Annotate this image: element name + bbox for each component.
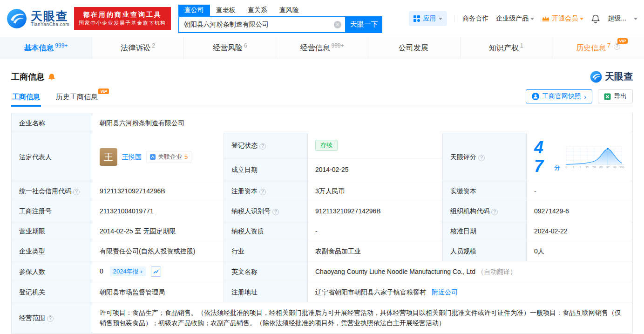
export-label: 导出 — [614, 92, 627, 101]
tab-intellectual-property[interactable]: 知识产权1 — [461, 37, 553, 59]
search-tabs: 查公司 查老板 查关系 查风险 — [178, 4, 382, 16]
search-tab-company[interactable]: 查公司 — [178, 5, 210, 16]
table-row: 参保人数 0 2024年报 英文名称 Chaoyang County Liuhe… — [12, 261, 633, 282]
official-snapshot-button[interactable]: 工商官网快照 — [526, 89, 592, 103]
tab-basic-info[interactable]: 基本信息999+ — [0, 37, 92, 59]
apps-label: 应用 — [423, 14, 436, 23]
tab-count: 7 — [607, 42, 610, 49]
help-icon[interactable] — [272, 209, 279, 215]
super-vip-menu[interactable]: 超级... — [608, 14, 626, 23]
subtab-history-registration[interactable]: 历史工商信息 VIP — [55, 93, 99, 107]
table-row: 经营范围 许可项目：食品生产；食品销售。（依法须经批准的项目，经相关部门批准后方… — [12, 302, 633, 334]
enterprise-products-menu[interactable]: 企业级产品 — [496, 14, 534, 23]
credit-code-label-text: 统一社会信用代码 — [19, 187, 71, 195]
annual-report-link[interactable]: 2024年报 — [110, 266, 146, 276]
reg-number-value: 211321004019771 — [92, 201, 224, 221]
established-value: 2014-02-25 — [308, 158, 443, 181]
svg-text:99: 99 — [613, 165, 617, 169]
tab-label: 基本信息 — [24, 43, 54, 53]
search-button[interactable]: 天眼一下 — [346, 16, 382, 33]
export-button[interactable]: 导出 — [598, 89, 633, 103]
collapse-chevron-icon[interactable] — [634, 18, 637, 22]
help-icon[interactable] — [73, 189, 80, 195]
search-row: 天眼一下 — [178, 16, 382, 33]
business-term-value: 2014-02-25 至 无固定期限 — [92, 221, 224, 241]
insured-trend-chart-icon[interactable] — [151, 266, 161, 277]
svg-text:3: 3 — [579, 165, 581, 169]
help-icon[interactable] — [259, 143, 266, 150]
approval-date-value: 2024-02-22 — [527, 221, 633, 241]
tab-legal-proceedings[interactable]: 法律诉讼2 — [92, 37, 184, 59]
tab-label: 知识产权 — [489, 43, 519, 53]
tab-label: 法律诉讼 — [121, 43, 150, 53]
tianyancha-logo[interactable]: 天眼查 TianYanCha.com — [7, 8, 69, 29]
svg-text:50: 50 — [592, 165, 596, 169]
industry-label: 行业 — [224, 241, 308, 261]
table-row: 营业期限 2014-02-25 至 无固定期限 纳税人资质 - 核准日期 202… — [12, 221, 633, 241]
help-icon[interactable] — [491, 209, 498, 215]
tab-operational-risk[interactable]: 经营风险6 — [184, 37, 276, 59]
search-tab-relation[interactable]: 查关系 — [242, 5, 273, 16]
open-vip-label: 开通会员 — [552, 14, 578, 23]
business-scope-label: 经营范围 — [12, 302, 92, 334]
svg-text:0: 0 — [566, 165, 568, 169]
nearby-companies-link[interactable]: 附近公司 — [432, 288, 458, 296]
section-title: 工商信息 — [11, 71, 45, 82]
search-input[interactable] — [183, 20, 334, 29]
help-icon[interactable] — [259, 189, 266, 195]
chevron-down-icon — [439, 18, 442, 22]
tab-company-development[interactable]: 公司发展 — [368, 37, 461, 59]
svg-text:97: 97 — [606, 165, 610, 169]
legal-rep-avatar[interactable]: 王 — [100, 148, 117, 166]
notification-bell-icon[interactable] — [591, 14, 600, 23]
reg-status-label: 登记状态 — [224, 133, 308, 158]
svg-text:1: 1 — [572, 165, 574, 169]
status-badge: 存续 — [315, 140, 338, 151]
apps-menu[interactable]: 应用 — [409, 11, 447, 26]
reg-address-cell: 辽宁省朝阳市朝阳县六家子镇官粮窖村 附近公司 — [308, 282, 633, 302]
insured-count-value: 0 — [100, 267, 103, 275]
clear-search-icon[interactable] — [334, 21, 341, 28]
svg-text:15: 15 — [585, 165, 589, 169]
help-icon[interactable] — [47, 315, 54, 322]
insured-count-label: 参保人数 — [12, 261, 92, 282]
business-term-label: 营业期限 — [12, 221, 92, 241]
related-companies-label: 关联企业 — [158, 152, 182, 162]
search-tab-risk[interactable]: 查风险 — [273, 5, 305, 16]
approval-date-label: 核准日期 — [443, 221, 527, 241]
legal-rep-name-link[interactable]: 王悦国 — [122, 152, 142, 162]
logo-subtitle: TianYanCha.com — [31, 22, 69, 27]
slogan-line1: 都在用的商业查询工具 — [79, 10, 166, 19]
company-type-value: 有限责任公司(自然人投资或控股) — [92, 241, 224, 261]
header-menu: 应用 商务合作 企业级产品 开通会员 超级... — [409, 11, 637, 26]
svg-text:80: 80 — [599, 165, 603, 169]
vip-badge: VIP — [617, 38, 628, 44]
tab-business-info[interactable]: 经营信息999+ — [276, 37, 368, 59]
reg-authority-value: 朝阳县市场监督管理局 — [92, 282, 224, 302]
monitor-bell-icon[interactable] — [47, 73, 56, 81]
taxpayer-id-label: 纳税人识别号 — [224, 201, 308, 221]
tab-history-info[interactable]: 历史信息7 VIP — [552, 37, 644, 59]
reg-address-label: 注册地址 — [224, 282, 308, 302]
reg-capital-label-text: 注册资本 — [231, 187, 258, 195]
score-unit: 分 — [554, 163, 560, 176]
table-row: 企业名称 朝阳县六河粉条制造有限公司 — [12, 113, 633, 133]
search-tab-boss[interactable]: 查老板 — [210, 5, 242, 16]
help-icon[interactable] — [614, 43, 620, 50]
help-icon[interactable] — [478, 155, 485, 161]
reg-status-label-text: 登记状态 — [231, 142, 258, 149]
logo-text: 天眼查 TianYanCha.com — [31, 10, 69, 27]
tianyancha-watermark: 天眼查 — [590, 70, 633, 83]
auto-translate-note: （自动翻译） — [477, 268, 516, 275]
legal-rep-label: 法定代表人 — [12, 133, 92, 181]
score-distribution-chart: 0 1 3 15 50 80 97 99 100 — [564, 143, 625, 170]
related-companies-chip[interactable]: 关联企业 5 — [146, 151, 191, 163]
subtab-business-registration[interactable]: 工商信息 — [11, 93, 41, 107]
taxpayer-id-value: 91211321092714296B — [308, 201, 443, 221]
reg-authority-label: 登记机关 — [12, 282, 92, 302]
paid-capital-label: 实缴资本 — [443, 181, 527, 201]
slogan-badge: 都在用的商业查询工具 国家中小企业发展子基金旗下机构 — [74, 7, 171, 30]
business-cooperation-link[interactable]: 商务合作 — [462, 14, 488, 23]
open-vip-menu[interactable]: 开通会员 — [542, 14, 583, 23]
industry-value: 农副食品加工业 — [308, 241, 443, 261]
